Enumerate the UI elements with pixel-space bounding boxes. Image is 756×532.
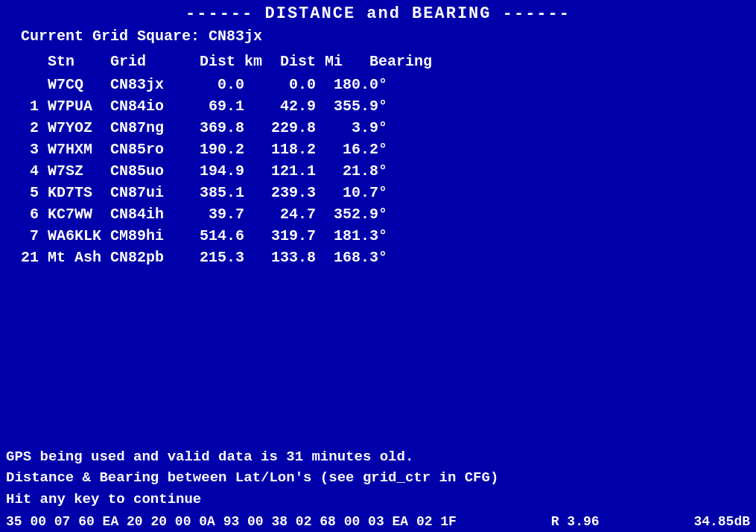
table-row: W7CQ CN83jx 0.0 0.0 180.0°: [21, 74, 750, 95]
title: ------ DISTANCE and BEARING ------: [6, 4, 750, 23]
r-value: R 3.96: [551, 514, 600, 529]
data-table: Stn Grid Dist km Dist Mi Bearing W7CQ CN…: [6, 51, 750, 268]
table-row: 5 KD7TS CN87ui 385.1 239.3 10.7°: [21, 182, 750, 203]
table-row: 2 W7YOZ CN87ng 369.8 229.8 3.9°: [21, 117, 750, 139]
bottom-section: GPS being used and valid data is 31 minu…: [6, 446, 750, 510]
hex-status-bar: 35 00 07 60 EA 20 20 00 0A 93 00 38 02 6…: [6, 514, 750, 529]
table-row: 6 KC7WW CN84ih 39.7 24.7 352.9°: [21, 203, 750, 225]
table-row: 4 W7SZ CN85uo 194.9 121.1 21.8°: [21, 160, 750, 182]
table-row: 3 W7HXM CN85ro 190.2 118.2 16.2°: [21, 139, 750, 160]
status-line3: Hit any key to continue: [6, 489, 750, 510]
main-screen: ------ DISTANCE and BEARING ------ Curre…: [0, 0, 756, 532]
grid-square-label: Current Grid Square: CN83jx: [6, 28, 750, 45]
status-line2: Distance & Bearing between Lat/Lon's (se…: [6, 467, 750, 489]
table-header-row: Stn Grid Dist km Dist Mi Bearing: [21, 51, 750, 72]
table-body: W7CQ CN83jx 0.0 0.0 180.0° 1 W7PUA CN84i…: [21, 74, 750, 268]
table-row: 7 WA6KLK CM89hi 514.6 319.7 181.3°: [21, 225, 750, 247]
db-value: 34.85dB: [693, 514, 750, 529]
table-row: 1 W7PUA CN84io 69.1 42.9 355.9°: [21, 95, 750, 117]
status-line1: GPS being used and valid data is 31 minu…: [6, 446, 750, 468]
table-header: Stn Grid Dist km Dist Mi Bearing: [21, 51, 432, 72]
hex-data: 35 00 07 60 EA 20 20 00 0A 93 00 38 02 6…: [6, 514, 457, 529]
table-row: 21 Mt Ash CN82pb 215.3 133.8 168.3°: [21, 247, 750, 268]
